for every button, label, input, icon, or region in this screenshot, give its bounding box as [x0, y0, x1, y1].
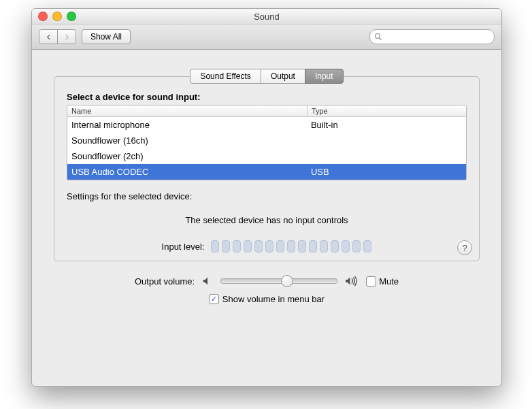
- level-segment: [244, 240, 252, 252]
- show-all-label: Show All: [90, 32, 122, 42]
- level-segment: [222, 240, 230, 252]
- device-name: Internal microphone: [67, 117, 307, 133]
- device-type: Built-in: [307, 117, 466, 133]
- device-name: Soundflower (16ch): [67, 133, 307, 148]
- tab-sound-effects[interactable]: Sound Effects: [190, 69, 261, 84]
- tab-output[interactable]: Output: [261, 69, 305, 84]
- level-segment: [331, 240, 339, 252]
- device-type: USB: [307, 164, 466, 180]
- sound-preferences-window: Sound Show All Sound EffectsOutputInput …: [31, 8, 502, 387]
- tab-input[interactable]: Input: [305, 69, 344, 84]
- output-volume-slider[interactable]: [220, 278, 337, 284]
- input-level-label: Input level:: [162, 242, 205, 252]
- level-segment: [276, 240, 284, 252]
- input-pane: Select a device for sound input: Name Ty…: [54, 76, 480, 261]
- search-icon: [374, 33, 382, 41]
- help-button[interactable]: ?: [457, 240, 472, 255]
- window-title: Sound: [32, 12, 501, 22]
- speaker-low-icon: [201, 275, 214, 287]
- device-row[interactable]: Soundflower (16ch): [67, 133, 466, 148]
- output-volume-label: Output volume:: [135, 276, 195, 287]
- no-input-controls-text: The selected device has no input control…: [67, 215, 467, 225]
- zoom-button[interactable]: [67, 12, 76, 21]
- device-table-header: Name Type: [67, 105, 466, 117]
- level-segment: [342, 240, 350, 252]
- traffic-lights: [32, 12, 76, 21]
- svg-line-1: [380, 38, 382, 40]
- chevron-left-icon: [46, 34, 52, 40]
- settings-for-device-label: Settings for the selected device:: [67, 191, 467, 201]
- mute-label: Mute: [379, 276, 399, 287]
- show-in-menubar-row: ✓ Show volume in menu bar: [54, 294, 480, 304]
- device-name: Soundflower (2ch): [67, 148, 307, 164]
- minimize-button[interactable]: [52, 12, 62, 21]
- search-field[interactable]: [369, 29, 495, 44]
- mute-checkbox[interactable]: [366, 276, 376, 287]
- chevron-right-icon: [64, 34, 70, 40]
- titlebar: Sound: [32, 9, 501, 24]
- device-row[interactable]: Internal microphoneBuilt-in: [67, 117, 466, 133]
- device-row[interactable]: Soundflower (2ch): [67, 148, 466, 164]
- show-in-menubar-label: Show volume in menu bar: [222, 294, 325, 304]
- device-type: [307, 148, 466, 164]
- speaker-high-icon: [344, 275, 359, 287]
- level-segment: [287, 240, 295, 252]
- show-in-menubar-checkbox[interactable]: ✓: [209, 294, 219, 304]
- device-name: USB Audio CODEC: [67, 164, 307, 180]
- toolbar: Show All: [32, 24, 501, 50]
- level-segment: [298, 240, 306, 252]
- svg-point-0: [376, 34, 380, 39]
- forward-button[interactable]: [57, 29, 76, 44]
- level-segment: [265, 240, 273, 252]
- level-segment: [352, 240, 361, 252]
- show-all-button[interactable]: Show All: [82, 29, 131, 44]
- close-button[interactable]: [38, 12, 48, 21]
- mute-wrap: Mute: [366, 276, 399, 287]
- tabs: Sound EffectsOutputInput: [54, 69, 480, 84]
- level-segment: [211, 240, 219, 252]
- device-table: Name Type Internal microphoneBuilt-inSou…: [67, 105, 467, 180]
- content: Sound EffectsOutputInput Select a device…: [32, 50, 501, 312]
- level-segment: [233, 240, 241, 252]
- slider-thumb[interactable]: [281, 275, 293, 287]
- search-input[interactable]: [385, 31, 490, 42]
- level-segment: [309, 240, 317, 252]
- level-segment: [254, 240, 263, 252]
- level-segment: [320, 240, 328, 252]
- select-device-header: Select a device for sound input:: [67, 92, 467, 102]
- device-row[interactable]: USB Audio CODECUSB: [67, 164, 466, 180]
- input-level-row: Input level:: [67, 240, 467, 252]
- column-header-name[interactable]: Name: [67, 105, 307, 116]
- input-level-meter: [211, 240, 371, 252]
- help-icon: ?: [462, 243, 467, 253]
- level-segment: [363, 240, 371, 252]
- back-button[interactable]: [39, 29, 58, 44]
- column-header-type[interactable]: Type: [307, 105, 466, 116]
- output-volume-row: Output volume: Mute: [54, 275, 480, 287]
- nav-buttons: [39, 29, 76, 44]
- device-type: [307, 133, 466, 148]
